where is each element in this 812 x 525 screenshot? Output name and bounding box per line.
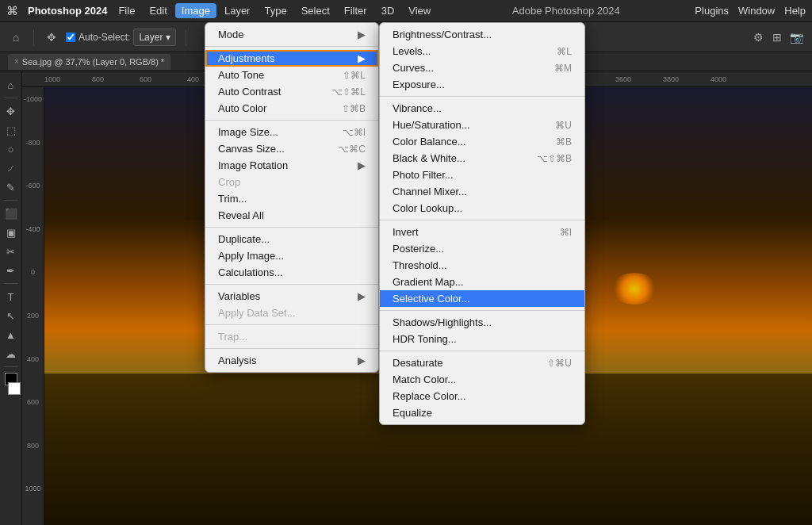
ruler-left-1: -1000 [24,95,42,139]
menu-layer[interactable]: Layer [218,3,257,18]
menu-item-image-rotation[interactable]: Image Rotation ▶ [205,157,378,174]
menu-item-mode[interactable]: Mode ▶ [205,26,378,43]
menu-item-apply-image-label: Apply Image... [218,250,366,262]
home-icon[interactable]: ⌂ [8,29,24,45]
menu-item-auto-tone[interactable]: Auto Tone ⇧⌘L [205,67,378,83]
menu-3d[interactable]: 3D [375,3,401,18]
tool-home[interactable]: ⌂ [2,76,20,94]
ruler-left-9: 800 [27,442,39,485]
menu-item-canvas-size[interactable]: Canvas Size... ⌥⌘C [205,140,378,157]
ruler-num-3: 600 [140,75,187,83]
tool-crop[interactable]: ⟋ [2,159,20,177]
adj-color-balance-label: Color Balance... [393,136,540,148]
adj-invert-label: Invert [393,226,544,238]
adj-invert[interactable]: Invert ⌘I [380,224,584,240]
tool-hand[interactable]: ☁ [2,345,20,362]
background-color[interactable] [8,382,21,395]
adj-desaturate[interactable]: Desaturate ⇧⌘U [380,354,584,371]
menu-item-image-size-shortcut: ⌥⌘I [343,127,366,138]
menu-view[interactable]: View [402,3,437,18]
adj-match-color[interactable]: Match Color... [380,371,584,388]
adj-selective-color[interactable]: Selective Color... [380,290,584,307]
menu-item-mode-label: Mode [218,29,351,40]
menu-window[interactable]: Window [738,5,775,17]
menu-type[interactable]: Type [258,3,293,18]
menu-item-trim[interactable]: Trim... [205,190,378,207]
adj-black-white[interactable]: Black & White... ⌥⇧⌘B [380,150,584,167]
menu-item-image-rotation-arrow: ▶ [358,159,366,171]
menu-item-auto-contrast-label: Auto Contrast [218,86,316,98]
adj-posterize[interactable]: Posterize... [380,240,584,257]
tool-pen[interactable]: ✒ [2,262,20,279]
menu-item-reveal-all[interactable]: Reveal All [205,207,378,224]
tool-brush[interactable]: ⬛ [2,205,20,222]
menu-item-auto-contrast[interactable]: Auto Contrast ⌥⇧⌘L [205,83,378,100]
adj-gradient-map[interactable]: Gradient Map... [380,274,584,290]
tool-eyedropper[interactable]: ✎ [2,178,20,196]
adj-equalize[interactable]: Equalize [380,404,584,421]
adj-threshold[interactable]: Threshold... [380,257,584,274]
menu-item-auto-tone-shortcut: ⇧⌘L [343,70,366,81]
adj-vibrance[interactable]: Vibrance... [380,100,584,117]
adj-curves[interactable]: Curves... ⌘M [380,59,584,76]
tab-sea[interactable]: × Sea.jpg @ 37,7% (Layer 0, RGB/8) * [8,54,170,70]
tool-text[interactable]: T [2,288,20,305]
toolbox: ⌂ ✥ ⬚ ○ ⟋ ✎ ⬛ ▣ ✂ ✒ T ↖ ▲ ☁ [0,71,22,525]
settings-icon[interactable]: ⚙ [750,29,766,45]
auto-select-checkbox[interactable] [66,33,75,42]
menu-filter[interactable]: Filter [338,3,373,18]
grid-icon[interactable]: ⊞ [769,29,785,45]
tool-path[interactable]: ↖ [2,307,20,324]
menu-help[interactable]: Help [784,5,806,17]
tool-lasso[interactable]: ○ [2,140,20,158]
adj-sep-1 [380,96,584,97]
menu-item-image-size[interactable]: Image Size... ⌥⌘I [205,124,378,140]
adj-color-lookup-label: Color Lookup... [393,202,572,214]
adj-hue-saturation[interactable]: Hue/Saturation... ⌘U [380,117,584,133]
adj-replace-color[interactable]: Replace Color... [380,388,584,404]
adj-vibrance-label: Vibrance... [393,102,572,114]
tab-close-icon[interactable]: × [14,57,19,66]
adj-channel-mixer[interactable]: Channel Mixer... [380,183,584,200]
layer-select[interactable]: Layer ▾ [133,29,176,46]
camera-icon[interactable]: 📷 [788,29,804,45]
menu-item-reveal-all-label: Reveal All [218,209,366,221]
adj-color-balance[interactable]: Color Balance... ⌘B [380,133,584,150]
adj-invert-shortcut: ⌘I [560,227,572,238]
adj-equalize-label: Equalize [393,407,572,419]
adj-photo-filter[interactable]: Photo Filter... [380,167,584,183]
menu-item-variables-arrow: ▶ [358,290,366,302]
adj-levels[interactable]: Levels... ⌘L [380,43,584,59]
menu-image[interactable]: Image [175,3,216,18]
menu-edit[interactable]: Edit [143,3,173,18]
adj-shadows-highlights[interactable]: Shadows/Highlights... [380,314,584,331]
move-icon[interactable]: ✥ [44,29,59,45]
menu-item-duplicate[interactable]: Duplicate... [205,231,378,247]
adj-color-lookup[interactable]: Color Lookup... [380,200,584,217]
tool-move[interactable]: ✥ [2,102,20,120]
tool-eraser[interactable]: ✂ [2,243,20,260]
menu-item-calculations[interactable]: Calculations... [205,264,378,281]
menu-item-analysis[interactable]: Analysis ▶ [205,352,378,369]
menu-item-apply-image[interactable]: Apply Image... [205,247,378,264]
menu-item-adjustments[interactable]: Adjustments ▶ [205,50,378,67]
auto-select-label: Auto-Select: [79,32,130,43]
adj-sep-4 [380,351,584,351]
tool-shapes[interactable]: ▲ [2,326,20,343]
menu-item-auto-color[interactable]: Auto Color ⇧⌘B [205,100,378,117]
adj-brightness-contrast[interactable]: Brightness/Contrast... [380,26,584,43]
menu-file[interactable]: File [112,3,141,18]
apple-logo-icon[interactable]: ⌘ [6,4,18,18]
adj-exposure[interactable]: Exposure... [380,76,584,93]
menu-select[interactable]: Select [295,3,336,18]
menu-item-variables[interactable]: Variables ▶ [205,288,378,305]
adj-hdr-toning[interactable]: HDR Toning... [380,331,584,347]
adj-match-color-label: Match Color... [393,374,572,385]
adj-levels-shortcut: ⌘L [557,46,572,57]
menu-item-canvas-size-label: Canvas Size... [218,143,322,155]
layer-select-arrow-icon: ▾ [166,32,170,43]
menu-plugins[interactable]: Plugins [695,5,729,17]
ruler-num-1: 1000 [44,75,92,83]
tool-marquee[interactable]: ⬚ [2,121,20,139]
tool-stamp[interactable]: ▣ [2,224,20,241]
